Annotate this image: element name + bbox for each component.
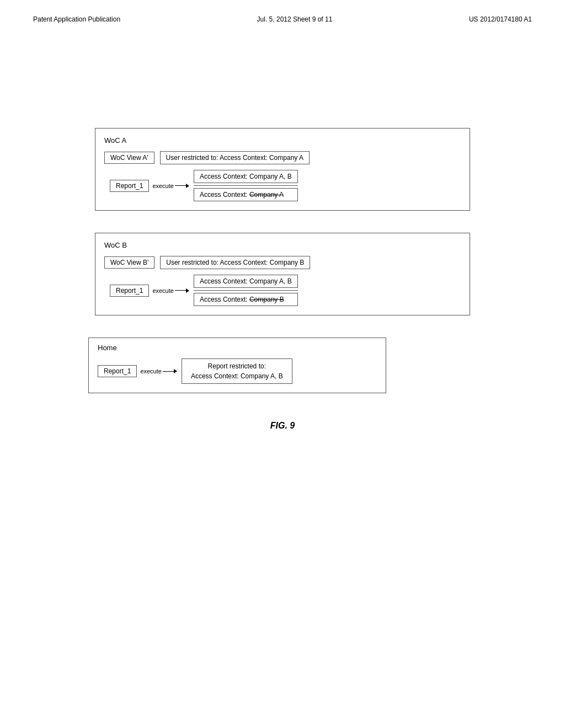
home-restricted-box: Report restricted to: Access Context: Co… xyxy=(182,358,292,384)
page-header: Patent Application Publication Jul. 5, 2… xyxy=(0,0,565,23)
woc-a-report-label: Report_1 xyxy=(110,180,149,192)
woc-a-inner: WoC View A' User restricted to: Access C… xyxy=(104,151,461,201)
woc-a-title: WoC A xyxy=(104,136,461,144)
woc-b-title: WoC B xyxy=(104,241,461,249)
home-execute-arrow: execute xyxy=(140,368,177,374)
woc-a-right-section: Access Context: Company A, B Access Cont… xyxy=(194,170,298,201)
home-execute-label: execute xyxy=(140,368,162,374)
woc-a-execute-arrow: execute xyxy=(152,183,189,189)
woc-a-report-row: Report_1 execute Access Context: Company… xyxy=(104,170,461,201)
woc-b-right-section: Access Context: Company A, B Access Cont… xyxy=(194,275,298,306)
woc-b-arrowhead xyxy=(186,288,189,293)
home-report-label: Report_1 xyxy=(98,365,137,377)
woc-a-context-top: Access Context: Company A, B xyxy=(194,170,298,183)
woc-a-context-bottom-prefix: Access Context: xyxy=(200,191,249,199)
woc-b-context-bottom-prefix: Access Context: xyxy=(200,296,249,303)
woc-a-context-bottom: Access Context: Company A xyxy=(194,188,298,201)
woc-a-user-restricted: User restricted to: Access Context: Comp… xyxy=(160,151,310,164)
woc-b-arrow-line xyxy=(175,290,186,291)
woc-b-inner: WoC View B' User restricted to: Access C… xyxy=(104,256,461,306)
woc-b-execute-label: execute xyxy=(152,287,174,294)
header-center: Jul. 5, 2012 Sheet 9 of 11 xyxy=(257,15,333,23)
woc-b-execute-arrow: execute xyxy=(152,287,189,294)
home-arrowhead xyxy=(174,369,177,373)
diagram-container: WoC A WoC View A' User restricted to: Ac… xyxy=(44,128,521,393)
woc-a-context-bottom-main: Company A xyxy=(249,191,284,199)
header-right: US 2012/0174180 A1 xyxy=(469,15,532,23)
home-box: Home Report_1 execute Report restricted … xyxy=(88,338,386,393)
woc-b-user-restricted: User restricted to: Access Context: Comp… xyxy=(160,256,310,269)
figure-label: FIG. 9 xyxy=(44,421,521,431)
woc-b-context-bottom-main: Company B xyxy=(249,296,284,303)
woc-a-arrow-line xyxy=(175,185,186,186)
main-content: WoC A WoC View A' User restricted to: Ac… xyxy=(0,23,565,453)
home-arrow-line xyxy=(163,371,174,372)
woc-b-report-label: Report_1 xyxy=(110,285,149,297)
woc-b-context-top: Access Context: Company A, B xyxy=(194,275,298,288)
woc-a-execute-label: execute xyxy=(152,183,174,189)
home-restricted-line1: Report restricted to: xyxy=(208,362,266,370)
woc-a-box: WoC A WoC View A' User restricted to: Ac… xyxy=(95,128,470,211)
woc-b-view-row: WoC View B' User restricted to: Access C… xyxy=(104,256,461,269)
home-restricted-line2: Access Context: Company A, B xyxy=(191,372,283,380)
woc-b-context-bottom: Access Context: Company B xyxy=(194,293,298,306)
woc-b-report-row: Report_1 execute Access Context: Company… xyxy=(104,275,461,306)
home-title: Home xyxy=(98,344,377,352)
woc-a-view-label: WoC View A' xyxy=(104,152,154,164)
woc-a-arrowhead xyxy=(186,184,189,188)
home-report-row: Report_1 execute Report restricted to: A… xyxy=(98,358,377,384)
woc-b-view-label: WoC View B' xyxy=(104,256,154,269)
header-left: Patent Application Publication xyxy=(33,15,120,23)
woc-a-view-row: WoC View A' User restricted to: Access C… xyxy=(104,151,461,164)
woc-b-box: WoC B WoC View B' User restricted to: Ac… xyxy=(95,233,470,315)
